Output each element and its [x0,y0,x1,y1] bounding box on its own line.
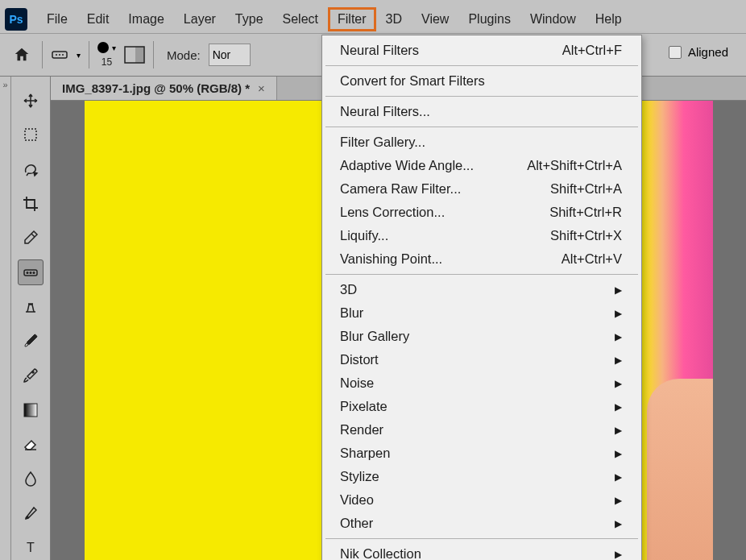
collapse-glyph: » [2,80,7,560]
menu-entry-label: Neural Filters [340,43,419,58]
menu-entry-filter-gallery[interactable]: Filter Gallery... [324,131,640,154]
menu-entry-shortcut: Alt+Ctrl+F [562,43,622,58]
brush-size-picker[interactable]: ▾ 15 [97,42,116,68]
svg-rect-6 [25,129,36,140]
menu-entry-blur[interactable]: Blur▶ [324,301,640,325]
svg-point-3 [62,54,64,56]
menu-entry-label: Video [340,492,374,508]
brush-size-value: 15 [102,56,112,68]
submenu-arrow-icon: ▶ [615,355,622,366]
blur-tool[interactable] [18,466,44,492]
menu-item-select[interactable]: Select [273,7,328,31]
type-tool[interactable]: T [18,534,44,560]
menu-entry-label: Render [340,422,383,438]
pen-tool[interactable] [18,500,44,526]
tools-panel: T [11,77,51,560]
marquee-tool[interactable] [18,122,44,148]
submenu-arrow-icon: ▶ [615,401,622,413]
menu-entry-stylize[interactable]: Stylize▶ [324,465,640,488]
crop-tool[interactable] [18,191,44,217]
menu-entry-label: Blur [340,305,363,321]
menu-separator [325,96,638,97]
aligned-option[interactable]: Aligned [669,45,728,59]
menu-entry-video[interactable]: Video▶ [324,488,640,512]
menu-item-edit[interactable]: Edit [77,7,119,31]
submenu-arrow-icon: ▶ [615,448,622,459]
submenu-arrow-icon: ▶ [615,308,622,319]
menu-entry-lens-correction[interactable]: Lens Correction...Shift+Ctrl+R [324,201,640,224]
menu-item-image[interactable]: Image [118,7,173,31]
submenu-arrow-icon: ▶ [615,425,622,436]
svg-marker-7 [34,172,37,176]
healing-brush-tool[interactable] [18,259,44,285]
submenu-arrow-icon: ▶ [615,495,622,506]
submenu-arrow-icon: ▶ [615,471,622,483]
menu-separator [325,274,638,275]
home-icon[interactable] [10,43,34,67]
move-tool[interactable] [18,88,44,114]
menu-entry-label: Lens Correction... [340,205,445,220]
menu-entry-3d[interactable]: 3D▶ [324,278,640,301]
menu-entry-label: Other [340,516,373,531]
svg-point-12 [32,371,34,373]
menu-entry-shortcut: Shift+Ctrl+R [549,205,622,220]
aligned-checkbox[interactable] [669,46,682,59]
svg-rect-13 [24,404,37,417]
menu-entry-convert-for-smart-filters[interactable]: Convert for Smart Filters [324,69,640,93]
document-tab-title: IMG_8397-1.jpg @ 50% (RGB/8) * [62,81,250,95]
mode-select[interactable] [209,44,251,66]
menu-entry-shortcut: Shift+Ctrl+X [550,228,622,243]
submenu-arrow-icon: ▶ [615,549,622,560]
filter-menu-dropdown: Neural FiltersAlt+Ctrl+FConvert for Smar… [321,35,642,560]
chevron-down-icon: ▾ [112,44,116,52]
eraser-tool[interactable] [18,431,44,457]
eyedropper-tool[interactable] [18,226,44,251]
menu-item-layer[interactable]: Layer [174,7,226,31]
menu-entry-pixelate[interactable]: Pixelate▶ [324,395,640,418]
menu-item-3d[interactable]: 3D [376,7,412,31]
history-brush-tool[interactable] [18,363,44,388]
menu-entry-vanishing-point[interactable]: Vanishing Point...Alt+Ctrl+V [324,247,640,271]
lasso-tool[interactable] [18,156,44,182]
svg-point-9 [27,272,28,274]
menu-entry-other[interactable]: Other▶ [324,512,640,535]
menu-item-filter[interactable]: Filter [328,7,376,31]
menu-item-file[interactable]: File [37,7,77,31]
menu-item-window[interactable]: Window [520,7,586,31]
menu-entry-label: Sharpen [340,446,390,461]
document-tab[interactable]: IMG_8397-1.jpg @ 50% (RGB/8) * × [51,77,277,100]
menu-entry-label: Liquify... [340,228,388,243]
close-icon[interactable]: × [258,81,265,95]
clone-stamp-tool[interactable] [18,294,44,320]
brush-panel-toggle[interactable] [124,46,145,64]
menu-item-plugins[interactable]: Plugins [458,7,520,31]
menu-entry-nik-collection[interactable]: Nik Collection▶ [324,542,640,560]
menu-entry-render[interactable]: Render▶ [324,418,640,442]
menu-entry-label: Noise [340,375,374,391]
menu-entry-neural-filters[interactable]: Neural Filters... [324,100,640,123]
menu-entry-blur-gallery[interactable]: Blur Gallery▶ [324,325,640,348]
menu-item-type[interactable]: Type [226,7,273,31]
chevron-down-icon: ▾ [77,51,81,60]
menu-entry-liquify[interactable]: Liquify...Shift+Ctrl+X [324,224,640,247]
menu-entry-label: Convert for Smart Filters [340,73,485,89]
menu-entry-adaptive-wide-angle[interactable]: Adaptive Wide Angle...Alt+Shift+Ctrl+A [324,154,640,177]
menu-entry-shortcut: Shift+Ctrl+A [550,181,622,197]
menu-item-help[interactable]: Help [586,7,632,31]
panel-collapse-handle[interactable]: » [0,77,11,560]
menu-entry-label: Blur Gallery [340,329,409,344]
menu-entry-distort[interactable]: Distort▶ [324,348,640,371]
menu-entry-label: 3D [340,282,357,297]
menu-entry-noise[interactable]: Noise▶ [324,371,640,395]
menu-entry-shortcut: Alt+Ctrl+V [562,251,622,267]
svg-point-10 [30,272,31,274]
menu-entry-camera-raw-filter[interactable]: Camera Raw Filter...Shift+Ctrl+A [324,177,640,201]
menu-entry-label: Distort [340,352,379,367]
menu-entry-neural-filters[interactable]: Neural FiltersAlt+Ctrl+F [324,39,640,62]
brush-tool[interactable] [18,329,44,355]
submenu-arrow-icon: ▶ [615,331,622,342]
menu-entry-sharpen[interactable]: Sharpen▶ [324,442,640,465]
tool-preset-picker[interactable]: ▾ [51,47,81,63]
menu-item-view[interactable]: View [412,7,458,31]
gradient-tool[interactable] [18,397,44,423]
